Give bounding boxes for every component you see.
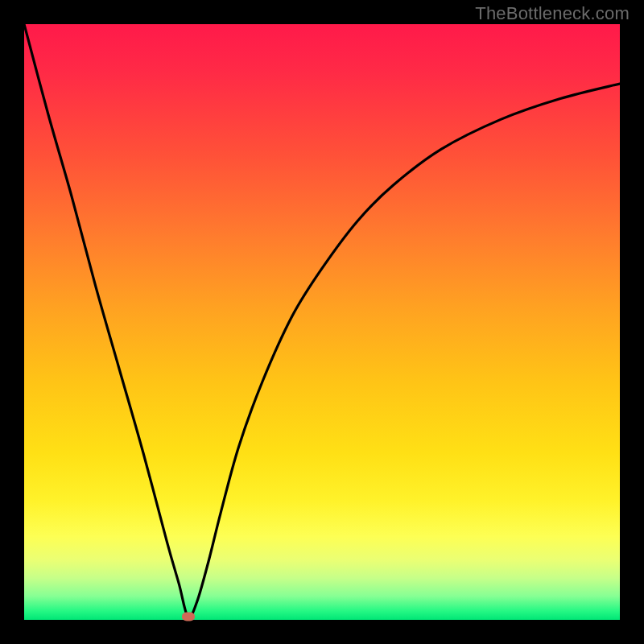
bottleneck-curve: [24, 24, 620, 617]
optimum-marker: [182, 613, 195, 621]
chart-frame: TheBottleneck.com: [0, 0, 644, 644]
curve-layer: [24, 24, 620, 620]
watermark-text: TheBottleneck.com: [475, 3, 630, 24]
plot-area: [24, 24, 620, 620]
